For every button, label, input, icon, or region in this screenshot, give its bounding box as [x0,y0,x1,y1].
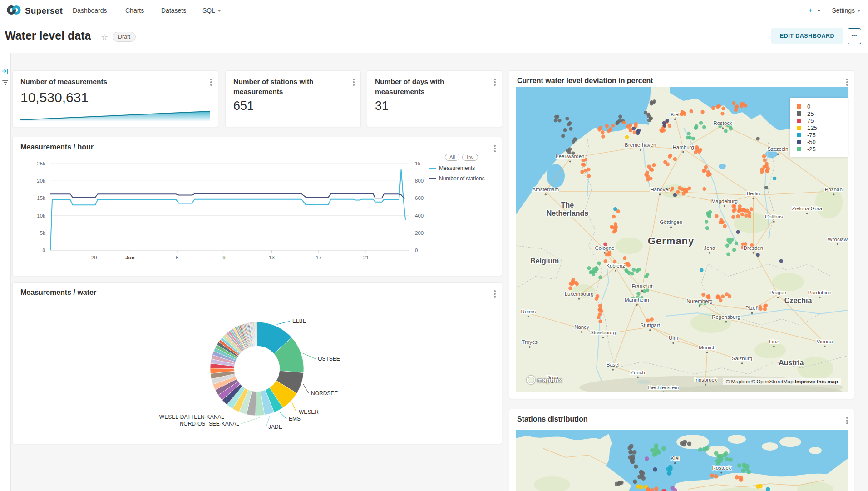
station-dot [662,129,666,132]
station-dot [587,174,591,178]
station-dot [735,475,739,480]
station-dot [618,115,622,119]
svg-text:NORDSEE: NORDSEE [311,390,338,397]
measurements-per-water-chart: ELBEOSTSEENORDSEEWESEREMSJADENORD-OSTSEE… [13,283,502,443]
chevron-down-icon [817,10,821,12]
svg-text:NORD-OSTSEE-KANAL: NORD-OSTSEE-KANAL [180,421,240,427]
station-dot [690,109,693,113]
station-dot [731,204,735,208]
improve-map-link[interactable]: Improve this map [795,379,838,384]
chart-menu-kebab[interactable] [493,78,497,87]
legend-entry-0: 0 [797,103,848,110]
station-dot [716,105,720,109]
svg-text:Szczecin: Szczecin [767,146,788,152]
station-dot [720,112,724,115]
legend-inv-button[interactable]: Inv [462,154,478,161]
station-dot [747,470,751,475]
chart-menu-kebab[interactable] [209,78,213,87]
svg-text:Innsbruck: Innsbruck [694,377,717,382]
chart-menu-kebab[interactable] [845,416,849,425]
stations-map[interactable]: KielRostock [516,430,848,491]
mapbox-logo[interactable]: mapbox [527,376,562,384]
svg-text:5: 5 [176,255,178,260]
station-dot [722,453,727,457]
nav-charts[interactable]: Charts [125,0,144,21]
station-dot [572,140,575,144]
chart-menu-kebab[interactable] [493,144,497,153]
station-dot [565,117,569,120]
station-dot [765,162,769,165]
station-dot [765,169,769,172]
svg-text:Zürich: Zürich [631,370,645,375]
station-dot [654,486,659,491]
edit-dashboard-button[interactable]: EDIT DASHBOARD [771,28,843,44]
new-item-button[interactable]: + [808,0,821,21]
station-dot [725,244,729,248]
station-dot [632,127,636,130]
station-dot [571,282,574,285]
svg-text:JADE: JADE [268,424,282,430]
chart-menu-kebab[interactable] [493,289,497,298]
station-dot [611,226,615,229]
svg-text:Austria: Austria [779,359,804,367]
svg-text:Vienna: Vienna [817,339,833,344]
station-dot [736,230,740,234]
settings-menu[interactable]: Settings [832,0,861,21]
chart-menu-kebab[interactable] [845,78,849,87]
legend-series-number-of-stations[interactable]: Number of stations [429,175,501,182]
svg-text:0: 0 [415,248,418,253]
svg-text:5k: 5k [40,230,45,236]
station-dot [580,170,584,174]
station-dot [645,456,649,461]
svg-text:17: 17 [316,255,322,260]
legend-entry-25: 25 [797,110,848,118]
dashboard-more-button[interactable]: ••• [848,28,861,44]
station-dot [572,278,575,282]
nav-dashboards[interactable]: Dashboards [73,0,107,21]
station-dot [740,102,744,106]
station-dot [575,282,579,286]
filter-funnel-icon[interactable] [2,80,9,85]
station-dot [597,128,601,131]
nav-sql[interactable]: SQL [202,0,221,21]
svg-text:Koblenz: Koblenz [606,263,625,268]
svg-text:Nuremberg: Nuremberg [686,298,713,304]
svg-text:Salzburg: Salzburg [732,356,752,361]
legend-series-measurements[interactable]: Measurements [429,165,501,171]
svg-text:Jun: Jun [125,255,134,260]
nav-datasets[interactable]: Datasets [161,0,186,21]
favorite-star-icon[interactable]: ☆ [101,32,108,42]
station-dot [695,124,698,128]
svg-text:Poznań: Poznań [825,187,843,192]
svg-text:Jena: Jena [704,245,715,251]
expand-filter-bar-icon[interactable] [2,68,9,76]
station-dot [714,474,719,479]
station-dot [632,450,637,455]
legend-entry-125: 125 [797,124,848,132]
station-dot [686,136,690,139]
top-navbar: Superset Dashboards Charts Datasets SQL … [0,0,868,21]
station-dot [726,253,730,256]
station-dot [705,226,709,230]
measurements-per-hour-chart: 005k20010k40015k60020k80025k1k29Jun59131… [13,137,502,275]
station-dot [627,263,631,267]
svg-text:Pardubice: Pardubice [808,290,832,295]
station-dot [763,304,767,308]
station-dot [645,171,649,174]
station-dot [701,293,705,297]
superset-logo[interactable]: Superset [6,4,63,18]
legend-all-button[interactable]: All [445,154,459,161]
chart-menu-kebab[interactable] [352,78,355,87]
station-dot [714,451,719,456]
measurements-per-hour-panel: Measurements / hour All Inv Measurements… [12,137,502,276]
panel-title: Measurements / hour [20,143,94,151]
map-attribution: © Mapbox © OpenStreetMap Improve this ma… [723,378,841,385]
station-dot [612,230,616,233]
svg-text:Leeuwarden: Leeuwarden [556,154,584,159]
station-dot [734,108,738,112]
station-dot [680,112,683,116]
station-dot [667,471,672,476]
svg-text:10k: 10k [37,213,45,218]
station-dot [668,124,671,128]
svg-text:Berlin: Berlin [747,191,760,196]
